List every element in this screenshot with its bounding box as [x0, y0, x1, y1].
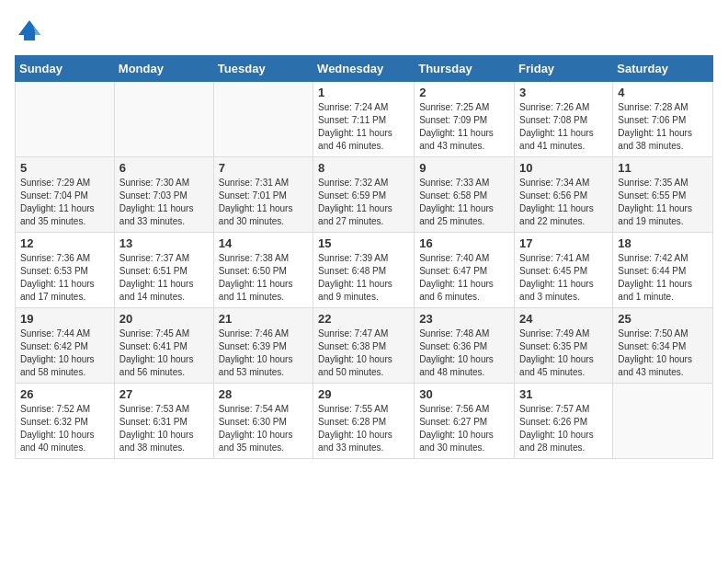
calendar-day-13: 13Sunrise: 7:37 AM Sunset: 6:51 PM Dayli…	[114, 233, 213, 308]
calendar-day-24: 24Sunrise: 7:49 AM Sunset: 6:35 PM Dayli…	[515, 308, 613, 384]
day-info: Sunrise: 7:33 AM Sunset: 6:58 PM Dayligh…	[419, 177, 509, 228]
day-info: Sunrise: 7:34 AM Sunset: 6:56 PM Dayligh…	[519, 177, 608, 228]
logo	[15, 15, 48, 44]
day-info: Sunrise: 7:48 AM Sunset: 6:36 PM Dayligh…	[419, 327, 509, 379]
calendar-day-1: 1Sunrise: 7:24 AM Sunset: 7:11 PM Daylig…	[313, 82, 415, 157]
day-number: 14	[219, 236, 308, 250]
calendar-day-26: 26Sunrise: 7:52 AM Sunset: 6:32 PM Dayli…	[16, 384, 115, 459]
day-number: 15	[318, 236, 409, 250]
empty-day-cell	[613, 384, 713, 459]
day-info: Sunrise: 7:54 AM Sunset: 6:30 PM Dayligh…	[219, 403, 308, 454]
weekday-header-tuesday: Tuesday	[213, 56, 313, 82]
calendar-day-7: 7Sunrise: 7:31 AM Sunset: 7:01 PM Daylig…	[213, 157, 313, 233]
day-info: Sunrise: 7:55 AM Sunset: 6:28 PM Dayligh…	[318, 403, 409, 454]
calendar-week-row: 1Sunrise: 7:24 AM Sunset: 7:11 PM Daylig…	[16, 82, 713, 157]
weekday-header-friday: Friday	[515, 56, 613, 82]
day-info: Sunrise: 7:53 AM Sunset: 6:31 PM Dayligh…	[119, 403, 209, 454]
day-info: Sunrise: 7:44 AM Sunset: 6:42 PM Dayligh…	[20, 327, 109, 379]
empty-day-cell	[213, 82, 313, 157]
day-number: 28	[219, 387, 308, 401]
weekday-header-sunday: Sunday	[16, 56, 115, 82]
empty-day-cell	[114, 82, 213, 157]
calendar-week-row: 5Sunrise: 7:29 AM Sunset: 7:04 PM Daylig…	[16, 157, 713, 233]
calendar-day-28: 28Sunrise: 7:54 AM Sunset: 6:30 PM Dayli…	[213, 384, 313, 459]
day-info: Sunrise: 7:56 AM Sunset: 6:27 PM Dayligh…	[419, 403, 509, 454]
day-info: Sunrise: 7:39 AM Sunset: 6:48 PM Dayligh…	[318, 252, 409, 304]
day-number: 8	[318, 161, 409, 175]
day-number: 24	[519, 312, 608, 326]
day-number: 17	[519, 236, 608, 250]
day-info: Sunrise: 7:57 AM Sunset: 6:26 PM Dayligh…	[519, 403, 608, 454]
day-info: Sunrise: 7:26 AM Sunset: 7:08 PM Dayligh…	[519, 101, 608, 153]
calendar-day-8: 8Sunrise: 7:32 AM Sunset: 6:59 PM Daylig…	[313, 157, 415, 233]
weekday-header-row: SundayMondayTuesdayWednesdayThursdayFrid…	[16, 56, 713, 82]
empty-day-cell	[16, 82, 115, 157]
day-number: 25	[618, 312, 708, 326]
day-info: Sunrise: 7:41 AM Sunset: 6:45 PM Dayligh…	[519, 252, 608, 304]
day-info: Sunrise: 7:36 AM Sunset: 6:53 PM Dayligh…	[20, 252, 109, 304]
calendar-day-25: 25Sunrise: 7:50 AM Sunset: 6:34 PM Dayli…	[613, 308, 713, 384]
calendar-day-30: 30Sunrise: 7:56 AM Sunset: 6:27 PM Dayli…	[415, 384, 515, 459]
calendar-day-27: 27Sunrise: 7:53 AM Sunset: 6:31 PM Dayli…	[114, 384, 213, 459]
day-number: 10	[519, 161, 608, 175]
day-info: Sunrise: 7:42 AM Sunset: 6:44 PM Dayligh…	[618, 252, 708, 304]
calendar-day-15: 15Sunrise: 7:39 AM Sunset: 6:48 PM Dayli…	[313, 233, 415, 308]
logo-icon	[15, 15, 44, 44]
day-number: 5	[20, 161, 109, 175]
day-info: Sunrise: 7:50 AM Sunset: 6:34 PM Dayligh…	[618, 327, 708, 379]
weekday-header-saturday: Saturday	[613, 56, 713, 82]
day-number: 20	[119, 312, 209, 326]
calendar-day-10: 10Sunrise: 7:34 AM Sunset: 6:56 PM Dayli…	[515, 157, 613, 233]
day-info: Sunrise: 7:28 AM Sunset: 7:06 PM Dayligh…	[618, 101, 708, 153]
calendar-day-9: 9Sunrise: 7:33 AM Sunset: 6:58 PM Daylig…	[415, 157, 515, 233]
calendar-day-5: 5Sunrise: 7:29 AM Sunset: 7:04 PM Daylig…	[16, 157, 115, 233]
day-info: Sunrise: 7:47 AM Sunset: 6:38 PM Dayligh…	[318, 327, 409, 379]
day-info: Sunrise: 7:29 AM Sunset: 7:04 PM Dayligh…	[20, 177, 109, 228]
day-number: 23	[419, 312, 509, 326]
day-info: Sunrise: 7:52 AM Sunset: 6:32 PM Dayligh…	[20, 403, 109, 454]
day-info: Sunrise: 7:40 AM Sunset: 6:47 PM Dayligh…	[419, 252, 509, 304]
calendar-day-20: 20Sunrise: 7:45 AM Sunset: 6:41 PM Dayli…	[114, 308, 213, 384]
day-info: Sunrise: 7:35 AM Sunset: 6:55 PM Dayligh…	[618, 177, 708, 228]
day-number: 7	[219, 161, 308, 175]
day-info: Sunrise: 7:32 AM Sunset: 6:59 PM Dayligh…	[318, 177, 409, 228]
calendar-day-2: 2Sunrise: 7:25 AM Sunset: 7:09 PM Daylig…	[415, 82, 515, 157]
calendar-day-4: 4Sunrise: 7:28 AM Sunset: 7:06 PM Daylig…	[613, 82, 713, 157]
calendar-day-22: 22Sunrise: 7:47 AM Sunset: 6:38 PM Dayli…	[313, 308, 415, 384]
day-info: Sunrise: 7:45 AM Sunset: 6:41 PM Dayligh…	[119, 327, 209, 379]
page-header	[15, 15, 713, 44]
calendar-day-19: 19Sunrise: 7:44 AM Sunset: 6:42 PM Dayli…	[16, 308, 115, 384]
calendar-day-29: 29Sunrise: 7:55 AM Sunset: 6:28 PM Dayli…	[313, 384, 415, 459]
day-number: 1	[318, 86, 409, 99]
day-number: 9	[419, 161, 509, 175]
day-number: 16	[419, 236, 509, 250]
calendar-day-18: 18Sunrise: 7:42 AM Sunset: 6:44 PM Dayli…	[613, 233, 713, 308]
calendar-day-23: 23Sunrise: 7:48 AM Sunset: 6:36 PM Dayli…	[415, 308, 515, 384]
day-number: 29	[318, 387, 409, 401]
day-number: 31	[519, 387, 608, 401]
day-number: 26	[20, 387, 109, 401]
calendar-day-6: 6Sunrise: 7:30 AM Sunset: 7:03 PM Daylig…	[114, 157, 213, 233]
day-info: Sunrise: 7:24 AM Sunset: 7:11 PM Dayligh…	[318, 101, 409, 153]
day-number: 4	[618, 86, 708, 99]
day-info: Sunrise: 7:25 AM Sunset: 7:09 PM Dayligh…	[419, 101, 509, 153]
day-number: 22	[318, 312, 409, 326]
day-number: 2	[419, 86, 509, 99]
weekday-header-monday: Monday	[114, 56, 213, 82]
day-info: Sunrise: 7:46 AM Sunset: 6:39 PM Dayligh…	[219, 327, 308, 379]
day-info: Sunrise: 7:31 AM Sunset: 7:01 PM Dayligh…	[219, 177, 308, 228]
day-number: 19	[20, 312, 109, 326]
calendar-day-12: 12Sunrise: 7:36 AM Sunset: 6:53 PM Dayli…	[16, 233, 115, 308]
day-number: 6	[119, 161, 209, 175]
day-info: Sunrise: 7:38 AM Sunset: 6:50 PM Dayligh…	[219, 252, 308, 304]
day-info: Sunrise: 7:37 AM Sunset: 6:51 PM Dayligh…	[119, 252, 209, 304]
day-number: 3	[519, 86, 608, 99]
day-number: 30	[419, 387, 509, 401]
calendar-week-row: 19Sunrise: 7:44 AM Sunset: 6:42 PM Dayli…	[16, 308, 713, 384]
day-number: 13	[119, 236, 209, 250]
day-number: 18	[618, 236, 708, 250]
day-number: 21	[219, 312, 308, 326]
day-number: 11	[618, 161, 708, 175]
weekday-header-wednesday: Wednesday	[313, 56, 415, 82]
calendar-day-14: 14Sunrise: 7:38 AM Sunset: 6:50 PM Dayli…	[213, 233, 313, 308]
